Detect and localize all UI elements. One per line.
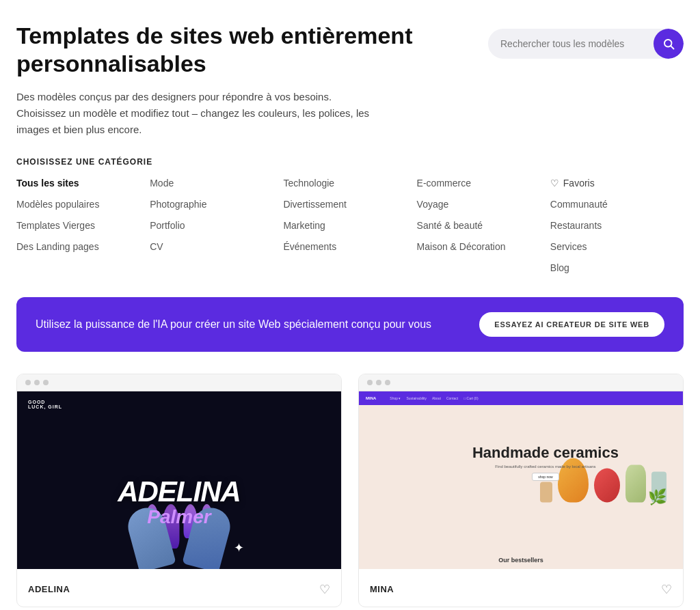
category-item-portfolio[interactable]: Portfolio <box>150 219 283 233</box>
category-item-services[interactable]: Services <box>550 240 684 254</box>
mina-sub-text: Find beautifully crafted ceramics made b… <box>472 465 619 469</box>
adelina-template-name: ADELINA <box>28 584 70 594</box>
adelina-star: ✦ <box>234 540 244 555</box>
category-grid: Tous les sites Modèles populaires Templa… <box>16 176 684 275</box>
mina-nav-link-5: □ Cart (0) <box>463 396 478 400</box>
mina-nav-link-3: About <box>432 396 441 400</box>
heart-icon-mina: ♡ <box>661 582 672 597</box>
adelina-text-container: ADELINA Palmer <box>118 477 241 528</box>
mina-preview: MINA Shop ▾ Sustainability About Contact… <box>359 374 683 572</box>
browser-dot-2 <box>34 380 40 385</box>
template-card-adelina[interactable]: GOODLUCK, GIRL ADELINA <box>16 374 342 607</box>
adelina-mock: GOODLUCK, GIRL ADELINA <box>17 391 341 569</box>
category-item-all[interactable]: Tous les sites <box>16 176 150 191</box>
mina-nav-links: Shop ▾ Sustainability About Contact □ Ca… <box>390 396 478 400</box>
category-item-home[interactable]: Maison & Décoration <box>417 240 550 254</box>
heart-outline-icon: ♡ <box>550 176 559 191</box>
category-item-photo[interactable]: Photographie <box>150 197 283 212</box>
ceramic-vase-3 <box>625 465 646 502</box>
ceramic-leaf: 🌿 <box>648 488 667 505</box>
category-item-cv[interactable]: CV <box>150 240 283 254</box>
search-input[interactable] <box>500 30 651 57</box>
category-item-blank[interactable]: Templates Vierges <box>16 219 150 233</box>
category-item-landing[interactable]: Des Landing pages <box>16 240 150 254</box>
page-description: Des modèles conçus par des designers pou… <box>16 89 372 138</box>
category-item-travel[interactable]: Voyage <box>417 197 550 212</box>
ai-creator-button[interactable]: ESSAYEZ AI CREATEUR DE SITE WEB <box>479 312 664 337</box>
category-item-favorites[interactable]: ♡ Favoris <box>550 176 684 191</box>
mina-nav-link-2: Sustainability <box>406 396 426 400</box>
browser-chrome-adelina <box>17 374 341 391</box>
adelina-card-footer: ADELINA ♡ <box>17 572 341 607</box>
browser-dot-6 <box>385 380 390 385</box>
search-wrapper <box>488 29 684 59</box>
adelina-favorite-button[interactable]: ♡ <box>319 582 330 597</box>
mina-nav: MINA Shop ▾ Sustainability About Contact… <box>359 391 683 405</box>
ai-banner: Utilisez la puissance de l'IA pour créer… <box>16 297 684 352</box>
adelina-name-text: ADELINA <box>118 477 241 506</box>
adelina-logo-text: GOODLUCK, GIRL <box>28 400 62 409</box>
template-card-mina[interactable]: MINA Shop ▾ Sustainability About Contact… <box>358 374 684 607</box>
category-col-4: E-commerce Voyage Santé & beauté Maison … <box>417 176 550 275</box>
browser-dot-3 <box>43 380 49 385</box>
adelina-preview: GOODLUCK, GIRL ADELINA <box>17 374 341 572</box>
mina-nav-link-4: Contact <box>446 396 458 400</box>
search-area <box>488 29 684 59</box>
category-item-marketing[interactable]: Marketing <box>283 219 416 233</box>
browser-dot-4 <box>367 380 373 385</box>
ceramic-cylinder-1 <box>540 482 552 502</box>
mina-favorite-button[interactable]: ♡ <box>661 582 672 597</box>
search-button[interactable] <box>654 29 684 59</box>
category-item-restaurants[interactable]: Restaurants <box>550 219 684 233</box>
category-col-5: ♡ Favoris Communauté Restaurants Service… <box>550 176 684 275</box>
page-title: Templates de sites web entièrement perso… <box>16 22 413 78</box>
category-item-ecom[interactable]: E-commerce <box>417 176 550 191</box>
header-section: Templates de sites web entièrement perso… <box>16 22 684 138</box>
header-left: Templates de sites web entièrement perso… <box>16 22 413 138</box>
mina-template-name: MINA <box>370 584 394 594</box>
category-item-blog[interactable]: Blog <box>550 261 684 275</box>
mina-shop-button[interactable]: shop now <box>532 473 558 481</box>
browser-chrome-mina <box>359 374 683 391</box>
mina-nav-link-1: Shop ▾ <box>390 396 401 400</box>
mina-mock: MINA Shop ▾ Sustainability About Contact… <box>359 391 683 569</box>
mina-ceramics-text: Handmade ceramics Find beautifully craft… <box>472 444 619 481</box>
category-item-divert[interactable]: Divertissement <box>283 197 416 212</box>
mina-card-footer: MINA ♡ <box>359 572 683 607</box>
svg-line-1 <box>671 46 673 48</box>
category-col-3: Technologie Divertissement Marketing Évé… <box>283 176 416 275</box>
ai-banner-text: Utilisez la puissance de l'IA pour créer… <box>36 318 431 331</box>
category-item-tech[interactable]: Technologie <box>283 176 416 191</box>
browser-dot-5 <box>376 380 381 385</box>
browser-dot-1 <box>25 380 31 385</box>
category-section: CHOISISSEZ UNE CATÉGORIE Tous les sites … <box>16 157 684 275</box>
category-item-mode[interactable]: Mode <box>150 176 283 191</box>
heart-icon-adelina: ♡ <box>319 582 330 597</box>
mina-nav-logo: MINA <box>366 396 376 400</box>
category-item-health[interactable]: Santé & beauté <box>417 219 550 233</box>
templates-grid: GOODLUCK, GIRL ADELINA <box>16 374 684 607</box>
adelina-surname-text: Palmer <box>118 506 241 528</box>
category-col-1: Tous les sites Modèles populaires Templa… <box>16 176 150 275</box>
category-item-popular[interactable]: Modèles populaires <box>16 197 150 212</box>
category-item-events[interactable]: Événements <box>283 240 416 254</box>
category-item-community[interactable]: Communauté <box>550 197 684 212</box>
search-icon <box>662 38 675 50</box>
category-col-2: Mode Photographie Portfolio CV <box>150 176 283 275</box>
category-section-label: CHOISISSEZ UNE CATÉGORIE <box>16 157 684 167</box>
mina-headline: Handmade ceramics <box>472 444 619 462</box>
mina-bestsellers-label: Our bestsellers <box>498 557 543 564</box>
